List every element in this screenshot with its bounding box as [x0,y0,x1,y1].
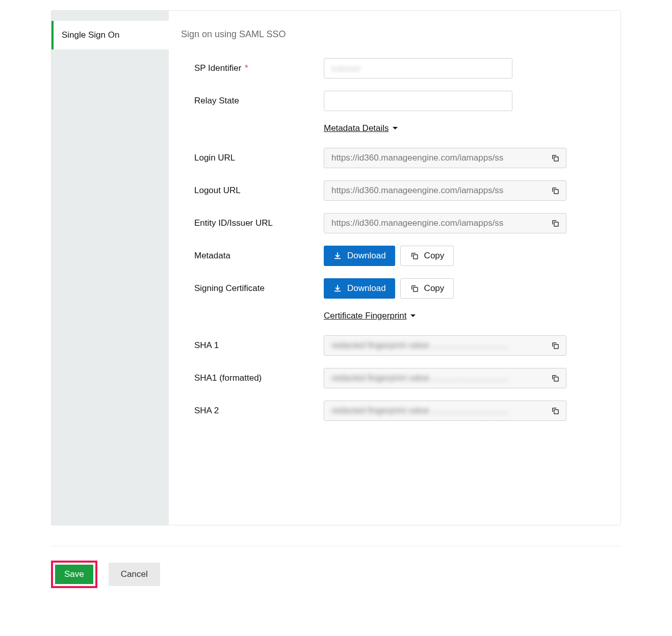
svg-rect-6 [554,377,558,381]
label-sp-identifier: SP Identifier * [181,63,324,73]
download-cert-button[interactable]: Download [324,278,395,299]
svg-rect-5 [554,344,558,349]
field-entity-id: https://id360.manageengine.com/iamapps/s… [324,213,566,233]
label-login-url: Login URL [181,153,324,163]
required-asterisk: * [242,63,248,73]
download-icon [333,251,342,260]
copy-icon [410,284,419,293]
label-sha1-formatted: SHA1 (formatted) [181,373,324,383]
footer-actions: Save Cancel [51,546,621,588]
svg-rect-7 [554,410,558,414]
chevron-down-icon [410,314,416,318]
label-signing-cert: Signing Certificate [181,283,324,294]
value-logout-url: https://id360.manageengine.com/iamapps/s… [331,186,547,196]
copy-metadata-button[interactable]: Copy [400,246,454,266]
value-sha1-formatted: redacted fingerprint value .............… [331,373,547,383]
field-logout-url: https://id360.manageengine.com/iamapps/s… [324,180,566,201]
label-logout-url: Logout URL [181,186,324,196]
chevron-down-icon [392,126,398,130]
value-sha2: redacted fingerprint value .............… [331,406,547,416]
field-sha1: redacted fingerprint value .............… [324,335,566,356]
copy-icon [551,153,560,163]
label-relay-state: Relay State [181,96,324,106]
cancel-button[interactable]: Cancel [109,563,160,586]
value-sha1: redacted fingerprint value .............… [331,340,547,351]
save-button[interactable]: Save [55,565,93,584]
svg-rect-4 [413,287,417,292]
field-sha1-formatted: redacted fingerprint value .............… [324,368,566,388]
disclosure-metadata-details[interactable]: Metadata Details [324,123,398,134]
copy-sha1-button[interactable] [547,337,564,354]
svg-rect-2 [554,222,558,226]
download-icon [333,284,342,293]
svg-rect-1 [554,190,558,194]
copy-icon [410,251,419,260]
copy-icon [551,186,560,195]
input-relay-state[interactable] [324,91,512,111]
copy-cert-button[interactable]: Copy [400,278,454,299]
sidebar-item-label: Single Sign On [62,30,119,40]
sidebar: Single Sign On [51,11,169,525]
disclosure-label: Certificate Fingerprint [324,311,407,321]
copy-icon [551,219,560,228]
sidebar-item-sso[interactable]: Single Sign On [51,21,169,49]
value-entity-id: https://id360.manageengine.com/iamapps/s… [331,218,547,228]
copy-logout-url-button[interactable] [547,182,564,199]
save-highlight: Save [51,561,97,588]
settings-panel: Single Sign On Sign on using SAML SSO SP… [51,10,621,525]
download-label: Download [347,251,386,261]
main-content: Sign on using SAML SSO SP Identifier * R… [169,11,621,525]
copy-entity-id-button[interactable] [547,215,564,232]
input-sp-identifier[interactable] [324,58,512,78]
label-sha2: SHA 2 [181,406,324,416]
disclosure-cert-fingerprint[interactable]: Certificate Fingerprint [324,311,416,321]
copy-icon [551,406,560,415]
download-label: Download [347,283,386,294]
svg-rect-0 [554,157,558,161]
copy-sha1-formatted-button[interactable] [547,369,564,387]
value-login-url: https://id360.manageengine.com/iamapps/s… [331,153,547,163]
download-metadata-button[interactable]: Download [324,246,395,266]
copy-icon [551,374,560,383]
field-sha2: redacted fingerprint value .............… [324,401,566,421]
svg-rect-3 [413,255,417,259]
label-entity-id: Entity ID/Issuer URL [181,218,324,228]
label-metadata: Metadata [181,251,324,261]
page-subtitle: Sign on using SAML SSO [181,29,608,40]
copy-login-url-button[interactable] [547,149,564,167]
copy-icon [551,341,560,350]
copy-sha2-button[interactable] [547,402,564,419]
copy-label: Copy [424,283,445,294]
disclosure-label: Metadata Details [324,123,389,134]
copy-label: Copy [424,251,445,261]
label-sha1: SHA 1 [181,340,324,351]
field-login-url: https://id360.manageengine.com/iamapps/s… [324,148,566,168]
